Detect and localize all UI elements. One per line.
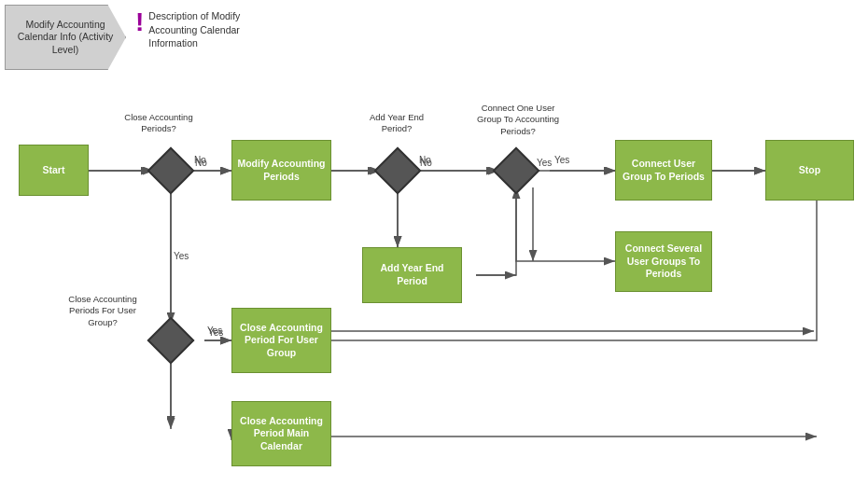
svg-text:Yes: Yes <box>208 327 223 338</box>
svg-text:Yes: Yes <box>174 251 189 261</box>
svg-text:No: No <box>195 158 207 168</box>
connect-several-box: Connect Several User Groups To Periods <box>615 231 712 292</box>
close-accounting-label: Close Accounting Periods? <box>121 112 196 135</box>
svg-text:Yes: Yes <box>207 326 222 336</box>
modify-periods-box: Modify Accounting Periods <box>231 140 331 201</box>
activity-box: Modify Accounting Calendar Info (Activit… <box>5 5 126 70</box>
svg-text:Yes: Yes <box>537 158 552 168</box>
activity-label: Modify Accounting Calendar Info (Activit… <box>17 19 114 57</box>
svg-text:No: No <box>420 158 432 168</box>
svg-text:No: No <box>419 155 431 165</box>
add-year-end-diamond <box>374 147 422 195</box>
connectors: No No Yes Yes <box>0 0 868 485</box>
description-area: ! Description of Modify Accounting Calen… <box>135 5 270 50</box>
close-for-user-diamond <box>147 317 195 365</box>
svg-text:No: No <box>194 155 206 165</box>
add-year-end-label: Add Year End Period? <box>359 112 434 135</box>
close-accounting-diamond <box>147 147 195 195</box>
close-period-main-box: Close Accounting Period Main Calendar <box>231 401 331 466</box>
connect-one-diamond <box>493 147 540 195</box>
add-year-end-box: Add Year End Period <box>362 247 462 303</box>
close-period-user-box: Close Accounting Period For User Group <box>231 308 331 373</box>
description-text: Description of Modify Accounting Calenda… <box>148 9 270 50</box>
connect-one-label: Connect One User Group To Accounting Per… <box>476 103 560 137</box>
exclamation-icon: ! <box>135 9 144 35</box>
connect-user-group-box: Connect User Group To Periods <box>615 140 712 201</box>
stop-box: Stop <box>765 140 854 201</box>
diagram: Modify Accounting Calendar Info (Activit… <box>0 0 868 485</box>
header-area: Modify Accounting Calendar Info (Activit… <box>5 5 270 70</box>
close-for-user-label: Close Accounting Periods For User Group? <box>56 294 149 328</box>
start-box: Start <box>19 145 89 196</box>
svg-text:Yes: Yes <box>554 155 569 165</box>
